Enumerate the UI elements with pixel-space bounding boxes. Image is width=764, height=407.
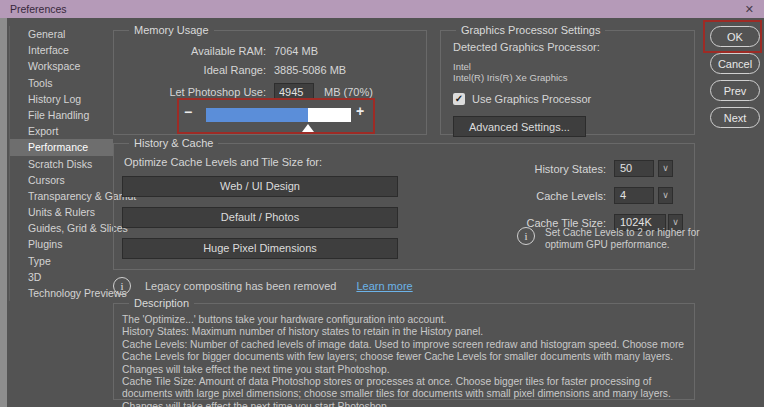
sidebar-item-history-log[interactable]: History Log xyxy=(10,91,113,107)
close-icon[interactable]: ✕ xyxy=(745,0,754,18)
use-gpu-label: Use Graphics Processor xyxy=(472,93,591,105)
memory-decrease-button[interactable]: − xyxy=(184,104,192,120)
let-photoshop-use-row: Let Photoshop Use: MB (70%) xyxy=(114,83,426,100)
sidebar-item-workspace[interactable]: Workspace xyxy=(10,58,113,74)
history-states-value[interactable]: 50 xyxy=(614,160,654,177)
memory-usage-legend: Memory Usage xyxy=(129,24,214,36)
sidebar-item-guides-grid-slices[interactable]: Guides, Grid & Slices xyxy=(10,220,113,236)
history-cache-legend: History & Cache xyxy=(129,137,218,149)
sidebar-item-units-rulers[interactable]: Units & Rulers xyxy=(10,204,113,220)
sidebar-item-type[interactable]: Type xyxy=(10,253,113,269)
gpu-vendor: Intel xyxy=(453,61,682,72)
gpu-name: Intel(R) Iris(R) Xe Graphics xyxy=(453,72,682,83)
sidebar-item-plugins[interactable]: Plugins xyxy=(10,236,113,252)
description-line: Cache Tile Size: Amount of data Photosho… xyxy=(122,376,686,407)
next-button[interactable]: Next xyxy=(710,107,760,128)
memory-amount-input[interactable] xyxy=(274,83,314,100)
cache-levels-row: Cache Levels: 4 ∨ xyxy=(466,187,683,204)
action-buttons: OK Cancel Prev Next xyxy=(710,26,760,134)
sidebar-item-tools[interactable]: Tools xyxy=(10,75,113,91)
advanced-settings-button[interactable]: Advanced Settings... xyxy=(453,116,586,137)
ideal-range-value: 3885-5086 MB xyxy=(274,64,346,76)
sidebar-item-file-handling[interactable]: File Handling xyxy=(10,107,113,123)
preset-huge-pixel-dimensions-button[interactable]: Huge Pixel Dimensions xyxy=(122,238,398,259)
history-states-row: History States: 50 ∨ xyxy=(466,160,683,177)
optimize-label: Optimize Cache Levels and Tile Size for: xyxy=(124,156,322,168)
info-icon: i xyxy=(517,227,535,245)
preferences-dialog: Preferences ✕ General Interface Workspac… xyxy=(0,0,764,407)
history-states-label: History States: xyxy=(466,163,606,175)
history-states-chevron-down-icon[interactable]: ∨ xyxy=(658,160,673,177)
description-legend: Description xyxy=(129,297,194,309)
graphics-settings-panel: Graphics Processor Settings Detected Gra… xyxy=(440,30,695,135)
available-ram-value: 7064 MB xyxy=(274,45,318,57)
cache-levels-chevron-down-icon[interactable]: ∨ xyxy=(658,187,673,204)
sidebar-item-export[interactable]: Export xyxy=(10,123,113,139)
memory-slider-thumb[interactable] xyxy=(302,124,314,132)
description-panel: Description The 'Optimize...' buttons ta… xyxy=(113,303,695,400)
description-line: The 'Optimize...' buttons take your hard… xyxy=(122,314,686,326)
use-gpu-checkbox[interactable]: ✓ xyxy=(453,93,465,105)
check-icon: ✓ xyxy=(455,93,463,105)
titlebar: Preferences ✕ xyxy=(0,0,764,18)
sidebar-item-performance[interactable]: Performance xyxy=(10,139,113,155)
sidebar-item-cursors[interactable]: Cursors xyxy=(10,172,113,188)
history-cache-panel: History & Cache Optimize Cache Levels an… xyxy=(113,143,695,270)
sidebar-item-technology-previews[interactable]: Technology Previews xyxy=(10,285,113,301)
ideal-range-label: Ideal Range: xyxy=(114,64,266,76)
left-edge-strip xyxy=(0,18,7,407)
memory-slider-fill xyxy=(206,108,308,122)
preset-web-ui-design-button[interactable]: Web / UI Design xyxy=(122,176,398,197)
gpu-tip-text: Set Cache Levels to 2 or higher for opti… xyxy=(545,227,725,251)
memory-increase-button[interactable]: + xyxy=(356,103,364,119)
ok-button[interactable]: OK xyxy=(710,26,760,47)
legacy-compositing-text: Legacy compositing has been removed xyxy=(145,280,336,292)
detected-gpu-label: Detected Graphics Processor: xyxy=(453,41,682,53)
cache-levels-value[interactable]: 4 xyxy=(614,187,654,204)
sidebar: General Interface Workspace Tools Histor… xyxy=(9,26,113,301)
graphics-settings-legend: Graphics Processor Settings xyxy=(456,24,605,36)
legacy-compositing-row: i Legacy compositing has been removed Le… xyxy=(113,277,413,295)
memory-slider-track[interactable] xyxy=(206,108,351,122)
memory-usage-panel: Memory Usage Available RAM: 7064 MB Idea… xyxy=(113,30,427,135)
cancel-button[interactable]: Cancel xyxy=(710,53,760,74)
sidebar-item-transparency-gamut[interactable]: Transparency & Gamut xyxy=(10,188,113,204)
sidebar-item-3d[interactable]: 3D xyxy=(10,269,113,285)
info-icon: i xyxy=(113,277,131,295)
description-line: Cache Levels: Number of cached levels of… xyxy=(122,339,686,376)
gpu-tip: i Set Cache Levels to 2 or higher for op… xyxy=(517,227,725,251)
preset-default-photos-button[interactable]: Default / Photos xyxy=(122,207,398,228)
let-photoshop-use-label: Let Photoshop Use: xyxy=(114,86,266,98)
sidebar-item-general[interactable]: General xyxy=(10,26,113,42)
sidebar-item-scratch-disks[interactable]: Scratch Disks xyxy=(10,156,113,172)
learn-more-link[interactable]: Learn more xyxy=(356,280,412,292)
description-line: History States: Maximum number of histor… xyxy=(122,326,686,338)
prev-button[interactable]: Prev xyxy=(710,80,760,101)
memory-percent-suffix: MB (70%) xyxy=(324,86,373,98)
gpu-info: Intel Intel(R) Iris(R) Xe Graphics xyxy=(453,61,682,83)
available-ram-row: Available RAM: 7064 MB xyxy=(114,45,426,57)
use-gpu-checkbox-row[interactable]: ✓ Use Graphics Processor xyxy=(453,93,682,105)
ideal-range-row: Ideal Range: 3885-5086 MB xyxy=(114,64,426,76)
cache-levels-label: Cache Levels: xyxy=(466,190,606,202)
window-title: Preferences xyxy=(10,3,67,15)
available-ram-label: Available RAM: xyxy=(114,45,266,57)
sidebar-item-interface[interactable]: Interface xyxy=(10,42,113,58)
